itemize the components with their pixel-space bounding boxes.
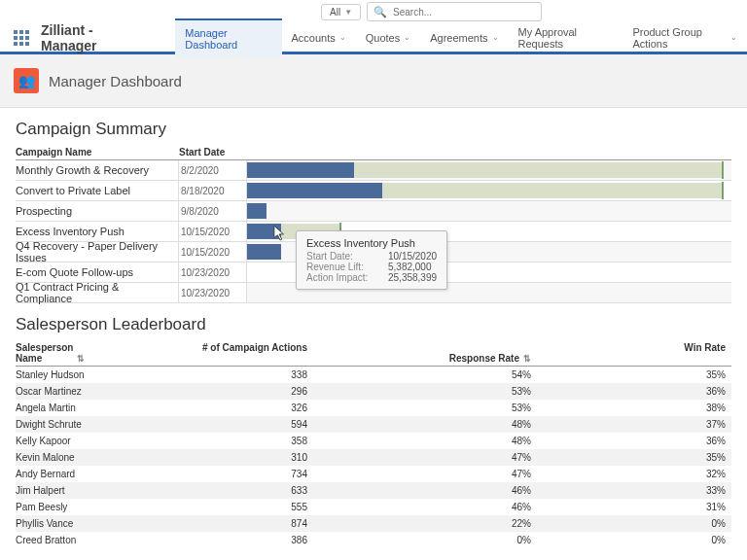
- dashboard-icon: 👥: [14, 68, 39, 93]
- campaign-name: Convert to Private Label: [16, 181, 179, 200]
- leaderboard-header: SalespersonName⇅ # of Campaign Actions R…: [16, 340, 731, 367]
- leaderboard-row[interactable]: Andy Bernard73447%32%: [16, 466, 731, 482]
- chevron-down-icon: ▼: [344, 8, 352, 17]
- leaderboard-section: Salesperson Leaderboard SalespersonName⇅…: [0, 303, 747, 548]
- page-title: Manager Dashboard: [49, 73, 182, 89]
- campaign-date: 10/15/2020: [179, 242, 247, 262]
- leaderboard-row[interactable]: Stanley Hudson33854%35%: [16, 367, 731, 383]
- leaderboard-row[interactable]: Kevin Malone31047%35%: [16, 449, 731, 466]
- campaign-table-header: Campaign Name Start Date: [16, 145, 731, 160]
- nav-item[interactable]: Quotes⌄: [356, 18, 420, 57]
- leaderboard-row[interactable]: Phyllis Vance87422%0%: [16, 515, 731, 532]
- col-actions[interactable]: # of Campaign Actions: [132, 340, 307, 366]
- campaign-name: E-com Quote Follow-ups: [16, 262, 179, 282]
- campaign-name: Q4 Recovery - Paper Delivery Issues: [16, 242, 179, 262]
- col-campaign-name[interactable]: Campaign Name: [16, 145, 179, 159]
- sort-icon: ⇅: [77, 354, 85, 364]
- sort-icon: ⇅: [523, 354, 531, 364]
- nav-item[interactable]: My Approval Requests: [509, 18, 623, 57]
- nav-item[interactable]: Product Group Actions⌄: [622, 18, 747, 57]
- campaign-name: Excess Inventory Push: [16, 222, 179, 241]
- campaign-tooltip: Excess Inventory PushStart Date:10/15/20…: [296, 230, 447, 290]
- leaderboard-row[interactable]: Dwight Schrute59448%37%: [16, 416, 731, 433]
- campaign-name: Prospecting: [16, 201, 179, 221]
- col-response-rate[interactable]: Response Rate⇅: [307, 340, 531, 366]
- col-win-rate[interactable]: Win Rate: [531, 340, 731, 366]
- col-start-date[interactable]: Start Date: [179, 145, 247, 159]
- campaign-bar: [247, 201, 731, 221]
- campaign-row[interactable]: Prospecting9/8/2020: [16, 201, 731, 222]
- campaign-name: Q1 Contract Pricing & Compliance: [16, 283, 179, 302]
- search-icon: 🔍: [374, 6, 387, 18]
- campaign-date: 10/23/2020: [179, 283, 247, 302]
- main-nav: Zilliant - Manager Manager DashboardAcco…: [0, 23, 747, 54]
- search-input[interactable]: [393, 7, 535, 18]
- chevron-down-icon: ⌄: [730, 33, 737, 42]
- leaderboard-row[interactable]: Oscar Martinez29653%36%: [16, 383, 731, 400]
- section-title: Salesperson Leaderboard: [16, 315, 731, 334]
- leaderboard-row[interactable]: Creed Bratton3860%0%: [16, 532, 731, 548]
- campaign-date: 10/15/2020: [179, 222, 247, 241]
- chevron-down-icon: ⌄: [339, 33, 346, 42]
- leaderboard-row[interactable]: Kelly Kapoor35848%36%: [16, 433, 731, 449]
- nav-item[interactable]: Accounts⌄: [282, 18, 356, 57]
- campaign-date: 10/23/2020: [179, 262, 247, 282]
- campaign-date: 8/2/2020: [179, 160, 247, 180]
- col-salesperson[interactable]: SalespersonName⇅: [16, 340, 132, 366]
- campaign-bar: [247, 181, 731, 200]
- nav-item[interactable]: Agreements⌄: [420, 18, 508, 57]
- leaderboard-row[interactable]: Angela Martin32653%38%: [16, 400, 731, 416]
- chevron-down-icon: ⌄: [492, 33, 499, 42]
- app-brand: Zilliant - Manager: [41, 22, 146, 53]
- app-launcher-icon[interactable]: [14, 30, 29, 46]
- campaign-bar: [247, 160, 731, 180]
- leaderboard-row[interactable]: Jim Halpert63346%33%: [16, 482, 731, 499]
- leaderboard-row[interactable]: Pam Beesly55546%31%: [16, 499, 731, 515]
- page-header: 👥 Manager Dashboard: [0, 54, 747, 108]
- campaign-name: Monthly Growth & Recovery: [16, 160, 179, 180]
- campaign-summary-section: Campaign Summary Campaign Name Start Dat…: [0, 108, 747, 303]
- campaign-date: 8/18/2020: [179, 181, 247, 200]
- section-title: Campaign Summary: [16, 120, 731, 139]
- campaign-row[interactable]: Monthly Growth & Recovery8/2/2020: [16, 160, 731, 181]
- campaign-date: 9/8/2020: [179, 201, 247, 221]
- nav-item[interactable]: Manager Dashboard: [175, 18, 281, 57]
- campaign-row[interactable]: Convert to Private Label8/18/2020: [16, 181, 731, 201]
- chevron-down-icon: ⌄: [404, 33, 410, 42]
